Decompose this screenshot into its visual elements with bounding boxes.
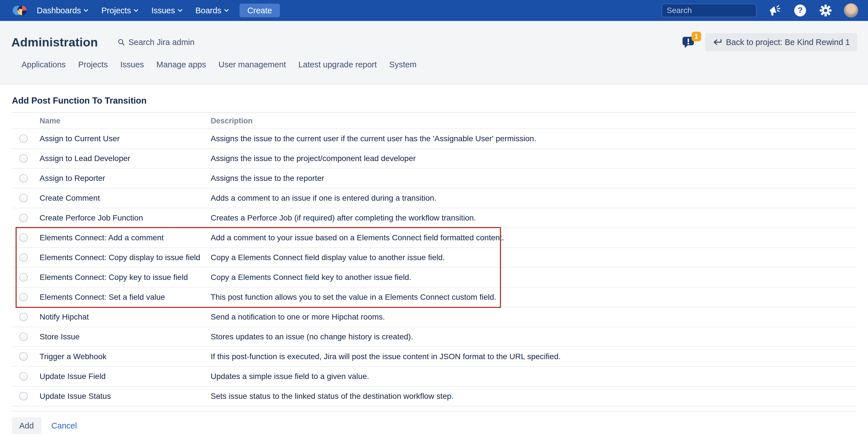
post-function-description: Assigns the issue to the reporter (211, 174, 856, 183)
post-function-description: Sets issue status to the linked status o… (211, 392, 856, 401)
chevron-down-icon (134, 9, 138, 12)
tab-system[interactable]: System (389, 60, 417, 71)
nav-projects[interactable]: Projects (101, 6, 138, 15)
post-function-radio[interactable] (19, 135, 28, 143)
post-function-description: Copy a Elements Connect field key to ano… (211, 273, 856, 282)
post-function-description: Adds a comment to an issue if one is ent… (211, 194, 856, 203)
table-row: Create Perforce Job FunctionCreates a Pe… (12, 208, 856, 228)
table-row: Trigger a WebhookIf this post-function i… (12, 347, 856, 367)
nav-issues[interactable]: Issues (151, 6, 182, 15)
form-buttons: Add Cancel (12, 417, 856, 437)
post-function-radio[interactable] (19, 253, 28, 262)
post-function-name: Elements Connect: Set a field value (39, 293, 211, 302)
chevron-down-icon (224, 9, 229, 12)
admin-header: Administration Search Jira admin 1 (0, 21, 868, 84)
chevron-down-icon (84, 9, 88, 12)
nav-dashboards[interactable]: Dashboards (37, 6, 88, 15)
post-function-name: Create Comment (39, 194, 211, 203)
user-avatar[interactable] (844, 3, 858, 18)
post-function-radio[interactable] (19, 214, 28, 222)
table-row: Store IssueStores updates to an issue (n… (12, 327, 856, 347)
post-function-rows: Assign to Current UserAssigns the issue … (12, 129, 856, 406)
post-function-description: This post function allows you to set the… (211, 293, 856, 302)
tab-latest-upgrade-report[interactable]: Latest upgrade report (298, 60, 377, 71)
admin-search[interactable]: Search Jira admin (118, 38, 194, 47)
admin-search-label: Search Jira admin (128, 38, 194, 47)
top-navigation-bar: Dashboards Projects Issues Boards Create (0, 0, 868, 21)
nav-boards[interactable]: Boards (195, 6, 229, 15)
nav-boards-label: Boards (195, 6, 221, 15)
nav-dashboards-label: Dashboards (37, 6, 81, 15)
post-function-radio[interactable] (19, 372, 28, 381)
chevron-down-icon (178, 9, 182, 12)
svg-text:?: ? (798, 6, 802, 14)
table-row: Assign to ReporterAssigns the issue to t… (12, 169, 856, 188)
post-function-radio[interactable] (19, 332, 28, 341)
post-function-name: Elements Connect: Add a comment (39, 233, 211, 242)
tab-issues[interactable]: Issues (120, 60, 144, 71)
jira-logo-icon[interactable] (11, 1, 29, 20)
post-function-description: Assigns the issue to the current user if… (211, 134, 856, 143)
back-arrow-icon (713, 39, 722, 46)
table-row: Elements Connect: Add a commentAdd a com… (12, 228, 856, 248)
post-function-description: Add a comment to your issue based on a E… (211, 233, 856, 242)
primary-nav-items: Dashboards Projects Issues Boards (37, 6, 229, 15)
post-function-description: If this post-function is executed, Jira … (211, 352, 856, 361)
global-search-input[interactable] (667, 6, 769, 15)
page-title: Administration (11, 35, 98, 49)
gear-icon[interactable] (818, 3, 833, 18)
table-row: Update Issue FieldUpdates a simple issue… (12, 367, 856, 387)
cancel-link[interactable]: Cancel (52, 421, 77, 431)
post-function-radio[interactable] (19, 273, 28, 282)
post-function-radio[interactable] (19, 194, 28, 202)
post-function-name: Update Issue Status (39, 392, 211, 401)
post-function-description: Updates a simple issue field to a given … (211, 372, 856, 381)
post-function-name: Store Issue (39, 332, 211, 341)
nav-issues-label: Issues (151, 6, 175, 15)
global-search[interactable] (661, 4, 756, 17)
post-function-radio[interactable] (19, 174, 28, 182)
post-function-name: Update Issue Field (39, 372, 211, 381)
post-function-radio[interactable] (19, 352, 28, 361)
post-function-name: Notify Hipchat (39, 313, 211, 322)
back-to-project-label: Back to project: Be Kind Rewind 1 (726, 38, 850, 47)
post-function-radio[interactable] (19, 154, 28, 163)
post-function-radio[interactable] (19, 293, 28, 301)
form-divider (12, 411, 856, 411)
table-row: Update Issue StatusSets issue status to … (12, 387, 856, 406)
table-row: Create CommentAdds a comment to an issue… (12, 188, 856, 208)
nav-projects-label: Projects (101, 6, 131, 15)
column-header-name: Name (39, 117, 211, 125)
table-row: Assign to Lead DeveloperAssigns the issu… (12, 149, 856, 169)
nav-right-cluster: ? (661, 3, 858, 18)
back-to-project-button[interactable]: Back to project: Be Kind Rewind 1 (705, 33, 857, 51)
admin-tabs: Applications Projects Issues Manage apps… (11, 52, 857, 71)
tab-user-management[interactable]: User management (219, 60, 286, 71)
main-content: Add Post Function To Transition Name Des… (0, 84, 868, 437)
post-function-radio[interactable] (19, 233, 28, 242)
search-icon (118, 38, 125, 46)
post-function-description: Send a notification to one or more Hipch… (211, 313, 856, 322)
post-function-radio[interactable] (19, 392, 28, 401)
tab-applications[interactable]: Applications (22, 60, 66, 71)
create-button[interactable]: Create (240, 4, 280, 17)
table-row: Elements Connect: Copy display to issue … (12, 248, 856, 268)
post-function-table: Name Description Assign to Current UserA… (12, 113, 856, 406)
add-button[interactable]: Add (12, 417, 41, 434)
notification-badge: 1 (691, 32, 701, 41)
tab-manage-apps[interactable]: Manage apps (156, 60, 206, 71)
post-function-name: Elements Connect: Copy display to issue … (39, 253, 211, 262)
help-icon[interactable]: ? (793, 3, 807, 18)
feedback-bubble-icon[interactable]: 1 (681, 34, 698, 50)
post-function-name: Assign to Lead Developer (39, 154, 211, 163)
megaphone-icon[interactable] (767, 3, 782, 18)
post-function-radio[interactable] (19, 313, 28, 321)
table-header-row: Name Description (12, 113, 856, 129)
table-row: Elements Connect: Copy key to issue fiel… (12, 268, 856, 288)
post-function-description: Copy a Elements Connect field display va… (211, 253, 856, 262)
column-header-description: Description (211, 117, 856, 125)
section-heading: Add Post Function To Transition (12, 96, 856, 113)
tab-projects[interactable]: Projects (78, 60, 108, 71)
table-row: Elements Connect: Set a field valueThis … (12, 288, 856, 308)
post-function-description: Creates a Perforce Job (if required) aft… (211, 213, 856, 223)
